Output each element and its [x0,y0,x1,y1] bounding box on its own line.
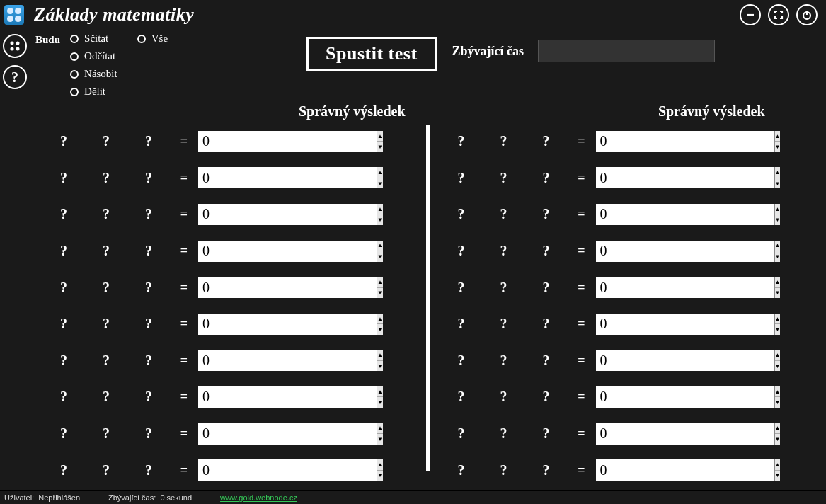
spinner-down-icon[interactable]: ▼ [775,434,781,445]
spinner-down-icon[interactable]: ▼ [775,397,781,408]
spinner-up-icon[interactable]: ▲ [775,277,781,288]
answer-input[interactable] [596,314,774,335]
answer-spinner[interactable]: ▲▼ [198,167,282,188]
spinner-down-icon[interactable]: ▼ [377,397,383,408]
spinner-down-icon[interactable]: ▼ [775,178,781,189]
spinner-down-icon[interactable]: ▼ [377,361,383,372]
radio-dělit[interactable]: Dělit [70,86,117,98]
answer-input[interactable] [596,131,774,152]
answer-input[interactable] [596,167,774,188]
spinner-down-icon[interactable]: ▼ [775,288,781,299]
answer-spinner[interactable]: ▲▼ [198,350,282,371]
spinner-up-icon[interactable]: ▲ [377,314,383,325]
spinner-down-icon[interactable]: ▼ [775,324,781,335]
answer-input[interactable] [198,167,377,188]
spinner-up-icon[interactable]: ▲ [377,241,383,252]
spinner-up-icon[interactable]: ▲ [775,459,781,471]
equals-sign: = [568,207,596,222]
radio-sčítat[interactable]: Sčítat [70,33,117,45]
answer-input[interactable] [198,386,377,408]
answer-spinner[interactable]: ▲▼ [596,350,679,371]
radio-násobit[interactable]: Násobit [70,68,117,80]
answer-spinner[interactable]: ▲▼ [198,459,282,481]
equals-sign: = [568,171,596,185]
answer-spinner[interactable]: ▲▼ [596,204,679,225]
spinner-up-icon[interactable]: ▲ [377,423,383,435]
spinner-up-icon[interactable]: ▲ [775,386,781,398]
spinner-up-icon[interactable]: ▲ [377,277,383,288]
spinner-down-icon[interactable]: ▼ [775,361,781,372]
answer-spinner[interactable]: ▲▼ [198,241,282,262]
spinner-up-icon[interactable]: ▲ [377,167,383,178]
operand-b: ? [525,243,568,259]
menu-grid-button[interactable] [3,34,27,58]
status-link[interactable]: www.goid.webnode.cz [220,493,297,502]
start-test-button[interactable]: Spustit test [306,37,437,71]
spinner-up-icon[interactable]: ▲ [775,241,781,252]
answer-input[interactable] [198,423,377,445]
spinner-up-icon[interactable]: ▲ [775,314,781,325]
spinner-down-icon[interactable]: ▼ [377,471,383,481]
spinner-up-icon[interactable]: ▲ [775,167,781,178]
answer-input[interactable] [596,277,774,298]
answer-spinner[interactable]: ▲▼ [596,277,679,298]
spinner-up-icon[interactable]: ▲ [377,350,383,361]
answer-input[interactable] [596,386,774,408]
spinner-down-icon[interactable]: ▼ [377,434,383,445]
spinner-down-icon[interactable]: ▼ [377,214,383,225]
answer-input[interactable] [596,350,774,371]
spinner-up-icon[interactable]: ▲ [377,459,383,471]
operator: ? [85,133,127,149]
answer-spinner[interactable]: ▲▼ [596,314,679,335]
answer-input[interactable] [596,204,774,225]
answer-input[interactable] [198,314,377,335]
answer-input[interactable] [198,350,377,371]
answer-spinner[interactable]: ▲▼ [198,131,282,152]
answer-input[interactable] [596,459,774,481]
answer-spinner[interactable]: ▲▼ [596,423,679,445]
spinner-down-icon[interactable]: ▼ [377,251,383,262]
help-button[interactable]: ? [3,65,27,89]
spinner-up-icon[interactable]: ▲ [775,204,781,215]
spinner-up-icon[interactable]: ▲ [775,423,781,435]
spinner-up-icon[interactable]: ▲ [775,350,781,361]
spinner-down-icon[interactable]: ▼ [377,324,383,335]
answer-spinner[interactable]: ▲▼ [198,423,282,445]
correct-result: ? [692,133,735,149]
answer-spinner[interactable]: ▲▼ [596,131,679,152]
answer-spinner[interactable]: ▲▼ [198,386,282,408]
correct-result: ? [294,389,337,405]
answer-spinner[interactable]: ▲▼ [596,241,679,262]
answer-input[interactable] [198,459,377,481]
minimize-button[interactable] [740,4,761,25]
spinner-up-icon[interactable]: ▲ [377,386,383,398]
answer-spinner[interactable]: ▲▼ [596,459,679,481]
spinner-down-icon[interactable]: ▼ [377,142,383,152]
spinner-down-icon[interactable]: ▼ [377,288,383,299]
answer-input[interactable] [596,423,774,445]
app-title: Základy matematiky [34,4,194,25]
answer-input[interactable] [596,241,774,262]
spinner-up-icon[interactable]: ▲ [775,131,781,142]
radio-odčítat[interactable]: Odčítat [70,50,117,62]
spinner-up-icon[interactable]: ▲ [377,204,383,215]
power-button[interactable] [796,4,818,25]
answer-spinner[interactable]: ▲▼ [198,314,282,335]
answer-spinner[interactable]: ▲▼ [198,204,282,225]
operand-a: ? [42,243,85,259]
spinner-down-icon[interactable]: ▼ [775,142,781,152]
radio-vše[interactable]: Vše [137,33,168,45]
spinner-down-icon[interactable]: ▼ [775,471,781,481]
answer-input[interactable] [198,241,377,262]
answer-spinner[interactable]: ▲▼ [198,277,282,298]
answer-spinner[interactable]: ▲▼ [596,167,679,188]
spinner-down-icon[interactable]: ▼ [377,178,383,189]
answer-input[interactable] [198,131,377,152]
spinner-down-icon[interactable]: ▼ [775,251,781,262]
answer-input[interactable] [198,277,377,298]
answer-input[interactable] [198,204,377,225]
spinner-up-icon[interactable]: ▲ [377,131,383,142]
spinner-down-icon[interactable]: ▼ [775,214,781,225]
fullscreen-button[interactable] [768,4,789,25]
answer-spinner[interactable]: ▲▼ [596,386,679,408]
